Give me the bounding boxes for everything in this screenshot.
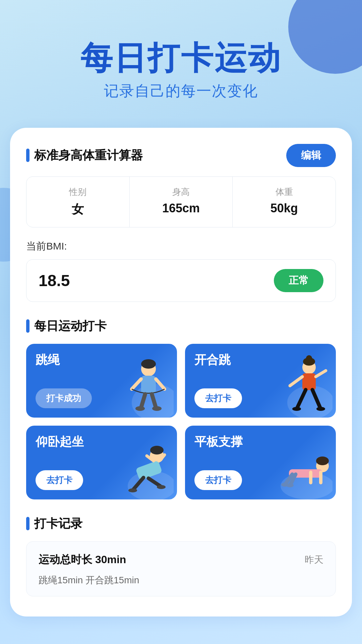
record-section-title: 打卡记录 bbox=[34, 516, 82, 532]
svg-line-16 bbox=[316, 371, 326, 377]
record-card: 运动总时长 30min 昨天 跳绳15min 开合跳15min bbox=[26, 541, 336, 596]
record-title: 运动总时长 30min bbox=[39, 552, 126, 567]
record-section-header: 打卡记录 bbox=[26, 516, 336, 532]
stat-cell-weight: 体重 50kg bbox=[233, 177, 336, 227]
svg-point-29 bbox=[128, 488, 137, 492]
svg-point-10 bbox=[287, 386, 333, 418]
svg-line-4 bbox=[132, 379, 141, 389]
illus-jump-rope bbox=[115, 349, 174, 418]
exercise-card-jump-rope[interactable]: 跳绳 bbox=[26, 344, 177, 418]
header-section: 每日打卡运动 记录自己的每一次变化 bbox=[0, 0, 362, 121]
exercise-grid: 跳绳 bbox=[26, 344, 336, 499]
exercise-name-plank: 平板支撑 bbox=[194, 434, 243, 450]
exercise-section-title: 每日运动打卡 bbox=[34, 318, 107, 334]
svg-point-20 bbox=[316, 407, 325, 411]
record-section-dot bbox=[26, 517, 29, 530]
svg-point-9 bbox=[152, 406, 162, 411]
bmi-box: 18.5 正常 bbox=[26, 259, 336, 302]
exercise-section-header: 每日运动打卡 bbox=[26, 318, 336, 334]
svg-rect-3 bbox=[141, 376, 156, 394]
exercise-card-situp[interactable]: 仰卧起坐 bbox=[26, 426, 177, 499]
jump-rope-checkin-btn[interactable]: 打卡成功 bbox=[36, 388, 92, 408]
bmi-section-header: 标准身高体重计算器 编辑 bbox=[26, 144, 336, 167]
stat-cell-gender: 性别 女 bbox=[26, 177, 130, 227]
bmi-label: 当前BMI: bbox=[26, 239, 336, 253]
stat-value-weight: 50kg bbox=[236, 201, 332, 215]
exercise-card-jumping-jacks[interactable]: 开合跳 bbox=[185, 344, 336, 418]
svg-point-23 bbox=[150, 446, 164, 454]
situp-checkin-btn[interactable]: 去打卡 bbox=[36, 470, 83, 490]
svg-point-30 bbox=[157, 485, 166, 489]
bmi-section-dot bbox=[26, 149, 29, 162]
record-section: 打卡记录 运动总时长 30min 昨天 跳绳15min 开合跳15min bbox=[26, 516, 336, 596]
svg-point-2 bbox=[141, 359, 156, 369]
bmi-section-title: 标准身高体重计算器 bbox=[34, 147, 143, 164]
main-card: 标准身高体重计算器 编辑 性别 女 身高 165cm 体重 50kg 当前BMI… bbox=[10, 128, 352, 616]
bmi-title-row: 标准身高体重计算器 bbox=[26, 147, 143, 164]
stats-row: 性别 女 身高 165cm 体重 50kg bbox=[26, 176, 336, 227]
stat-cell-height: 身高 165cm bbox=[130, 177, 233, 227]
svg-line-15 bbox=[290, 377, 302, 386]
exercise-name-jumping-jacks: 开合跳 bbox=[194, 352, 231, 368]
exercise-name-situp: 仰卧起坐 bbox=[36, 434, 84, 450]
stat-label-weight: 体重 bbox=[236, 186, 332, 198]
stat-value-gender: 女 bbox=[30, 201, 126, 218]
plank-checkin-btn[interactable]: 去打卡 bbox=[194, 470, 242, 490]
exercise-section: 每日运动打卡 跳绳 bbox=[26, 318, 336, 499]
svg-point-33 bbox=[316, 457, 329, 465]
page-subtitle: 记录自己的每一次变化 bbox=[20, 81, 342, 101]
bmi-value: 18.5 bbox=[39, 271, 70, 290]
exercise-section-dot bbox=[26, 319, 29, 333]
illus-situp bbox=[115, 431, 174, 499]
svg-point-8 bbox=[135, 406, 145, 411]
svg-point-13 bbox=[306, 355, 312, 361]
record-header: 运动总时长 30min 昨天 bbox=[39, 552, 323, 567]
stat-label-height: 身高 bbox=[133, 186, 229, 198]
exercise-title-row: 每日运动打卡 bbox=[26, 318, 107, 334]
edit-button[interactable]: 编辑 bbox=[286, 144, 336, 167]
record-date: 昨天 bbox=[305, 553, 323, 566]
record-title-row: 打卡记录 bbox=[26, 516, 82, 532]
illus-jumping-jacks bbox=[274, 349, 333, 418]
stat-value-height: 165cm bbox=[133, 201, 229, 215]
svg-point-40 bbox=[281, 483, 289, 487]
jumping-jacks-checkin-btn[interactable]: 去打卡 bbox=[194, 388, 242, 408]
svg-rect-14 bbox=[302, 373, 316, 390]
exercise-card-plank[interactable]: 平板支撑 bbox=[185, 426, 336, 499]
stat-label-gender: 性别 bbox=[30, 186, 126, 198]
svg-point-19 bbox=[292, 407, 301, 411]
bmi-status-badge: 正常 bbox=[274, 269, 323, 292]
exercise-name-jump-rope: 跳绳 bbox=[36, 352, 60, 368]
record-detail: 跳绳15min 开合跳15min bbox=[39, 574, 323, 587]
illus-plank bbox=[274, 431, 333, 499]
page-title: 每日打卡运动 bbox=[20, 40, 342, 76]
